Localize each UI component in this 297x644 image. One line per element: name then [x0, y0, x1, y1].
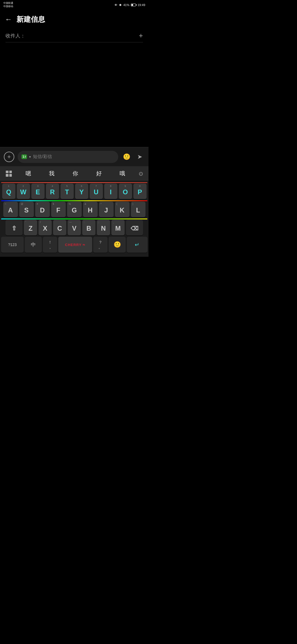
key-l[interactable]: )L	[131, 202, 145, 217]
send-icon: ➤	[137, 153, 142, 160]
cherry-icon: ❧	[82, 242, 86, 247]
sms-num-main: 1	[23, 155, 24, 159]
keyboard-grid-button[interactable]	[2, 168, 15, 179]
suggestion-word[interactable]: 你	[70, 169, 80, 178]
keyboard-bottom-padding	[1, 254, 147, 257]
message-placeholder: 短信/彩信	[33, 154, 114, 160]
sms-badge: 12	[21, 154, 27, 159]
key-b[interactable]: :B	[82, 220, 95, 235]
message-input-field[interactable]: 12 ▾ 短信/彩信	[18, 151, 118, 163]
punct-key[interactable]: ！，	[43, 237, 57, 253]
message-compose-area[interactable]	[0, 42, 148, 147]
back-button[interactable]: ←	[5, 15, 12, 24]
key-a[interactable]: ~A	[3, 202, 18, 217]
suggestion-bar: 嗯 我 你 好 哦 ⊙	[0, 166, 148, 181]
key-e[interactable]: 3E	[31, 184, 45, 199]
keyboard-row-1: 1Q 2W 3E 4R 5T 6Y 7U 8I 9O 0P	[1, 184, 147, 199]
key-q[interactable]: 1Q	[2, 184, 15, 199]
collapse-icon: ⊙	[139, 170, 143, 177]
key-r[interactable]: 4R	[46, 184, 59, 199]
cherry-logo: CHERRY ❧	[65, 242, 85, 247]
key-y[interactable]: 6Y	[75, 184, 88, 199]
space-key[interactable]: CHERRY ❧	[58, 237, 92, 253]
key-z[interactable]: 'Z	[24, 220, 37, 235]
key-k[interactable]: (K	[115, 202, 130, 217]
key-h[interactable]: &H	[83, 202, 98, 217]
sms-dropdown-arrow[interactable]: ▾	[29, 155, 31, 159]
keyboard-row-4: ?123 中 ！， CHERRY ❧ ？。 🙂 ↵	[1, 237, 147, 253]
key-m[interactable]: 、M	[111, 220, 125, 235]
keyboard-color-line-red	[1, 182, 147, 183]
keyboard-row-2: ~A @S #D $F %G &H *J (K )L	[1, 202, 147, 217]
fn-key[interactable]: ?123	[1, 237, 24, 253]
bluetooth-icon: ✱	[119, 3, 122, 7]
sms-num-sub: 2	[24, 155, 26, 159]
shift-key[interactable]: ⇧	[6, 220, 23, 235]
qmark-key[interactable]: ？。	[93, 237, 108, 253]
status-bar: 中国联通 中国移动 👁 ✱ 41% 19:49	[0, 0, 148, 10]
emoji-key[interactable]: 🙂	[109, 237, 126, 253]
enter-key[interactable]: ↵	[127, 237, 147, 253]
key-o[interactable]: 9O	[119, 184, 132, 199]
page-title: 新建信息	[16, 15, 45, 24]
carrier2: 中国移动	[3, 5, 13, 8]
battery-percent: 41%	[123, 3, 129, 7]
key-x[interactable]: /X	[38, 220, 52, 235]
suggestion-word[interactable]: 哦	[117, 169, 127, 178]
key-w[interactable]: 2W	[17, 184, 30, 199]
attachment-button[interactable]: +	[4, 152, 14, 162]
recipient-area: 收件人： +	[0, 29, 148, 42]
plus-icon: +	[7, 153, 11, 160]
recipient-label: 收件人：	[6, 32, 25, 39]
key-d[interactable]: #D	[35, 202, 50, 217]
grid-icon	[6, 171, 12, 177]
keyboard-row-3: ⇧ 'Z /X C —V :B ;N 、M ⌫	[1, 220, 147, 235]
key-t[interactable]: 5T	[61, 184, 74, 199]
keyboard: 1Q 2W 3E 4R 5T 6Y 7U 8I 9O 0P ~A @S #D $…	[0, 181, 148, 257]
emoji-button[interactable]: 🙂	[122, 152, 131, 162]
key-j[interactable]: *J	[99, 202, 114, 217]
send-button[interactable]: ➤	[135, 152, 145, 162]
suggestion-word[interactable]: 好	[94, 169, 104, 178]
add-recipient-button[interactable]: +	[139, 31, 143, 40]
key-u[interactable]: 7U	[90, 184, 103, 199]
header: ← 新建信息	[0, 10, 148, 29]
carrier-info: 中国联通 中国移动	[3, 2, 13, 8]
status-icons: 👁 ✱ 41% 19:49	[114, 3, 145, 7]
key-p[interactable]: 0P	[133, 184, 147, 199]
input-bar: + 12 ▾ 短信/彩信 🙂 ➤	[0, 147, 148, 166]
collapse-keyboard-button[interactable]: ⊙	[135, 168, 146, 179]
eye-icon: 👁	[114, 3, 117, 7]
emoji-icon: 🙂	[123, 153, 130, 160]
key-s[interactable]: @S	[19, 202, 34, 217]
key-v[interactable]: —V	[68, 220, 81, 235]
key-c[interactable]: C	[53, 220, 66, 235]
battery-icon	[131, 4, 136, 6]
backspace-key[interactable]: ⌫	[126, 220, 143, 235]
carrier1: 中国联通	[3, 2, 13, 5]
key-g[interactable]: %G	[67, 202, 82, 217]
cherry-text: CHERRY	[65, 243, 81, 247]
keyboard-color-line-cyan	[1, 219, 147, 219]
clock: 19:49	[138, 3, 145, 7]
key-i[interactable]: 8I	[104, 184, 117, 199]
key-f[interactable]: $F	[51, 202, 66, 217]
key-n[interactable]: ;N	[97, 220, 110, 235]
suggestion-word[interactable]: 嗯	[23, 169, 33, 178]
keyboard-color-line-rainbow	[1, 200, 147, 201]
suggestion-word[interactable]: 我	[47, 169, 57, 178]
recipient-row: 收件人： +	[6, 31, 143, 42]
suggestion-words: 嗯 我 你 好 哦	[16, 169, 134, 178]
lang-key[interactable]: 中	[25, 237, 42, 253]
